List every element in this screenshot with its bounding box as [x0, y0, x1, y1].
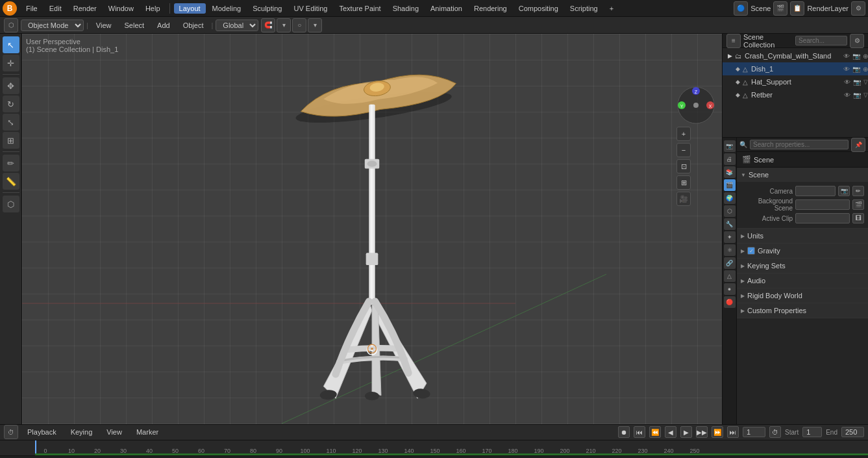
camera-picker-icon[interactable]: 📷 [838, 186, 850, 196]
custom-properties-section-header[interactable]: ▶ Custom Properties [737, 303, 868, 318]
workspace-scripting[interactable]: Scripting [565, 3, 603, 14]
bg-scene-value[interactable] [795, 199, 850, 210]
keying-menu[interactable]: Keying [66, 427, 98, 437]
keying-sets-section-header[interactable]: ▶ Keying Sets [737, 259, 868, 273]
marker-menu[interactable]: Marker [131, 427, 164, 437]
outliner-search-input[interactable] [795, 36, 847, 45]
menu-file[interactable]: File [21, 3, 43, 14]
shader-props-icon[interactable]: 🔴 [724, 296, 736, 308]
navigation-gizmo[interactable]: X Y Z [676, 86, 715, 125]
blender-logo[interactable]: B [3, 1, 17, 16]
outliner-item-hat-support[interactable]: ◆ △ Hat_Support 👁 📷 ∇ [723, 75, 868, 88]
outliner-item-collection[interactable]: ▶ 🗂 Crash_Cymbal_with_Stand 👁 📷 ⊕ [723, 49, 868, 62]
scale-tool[interactable]: ⤡ [3, 114, 19, 131]
workspace-layout[interactable]: Layout [174, 3, 206, 14]
object-menu[interactable]: Object [178, 20, 209, 31]
retber-filter-icon[interactable]: ∇ [863, 92, 868, 99]
prev-keyframe-btn[interactable]: ⏪ [649, 426, 661, 438]
audio-section-header[interactable]: ▶ Audio [737, 274, 868, 288]
bg-scene-picker-icon[interactable]: 🎬 [852, 199, 864, 210]
workspace-add[interactable]: + [604, 3, 619, 14]
workspace-sculpting[interactable]: Sculpting [247, 3, 287, 14]
modifier-props-icon[interactable]: 🔧 [724, 218, 736, 230]
workspace-animation[interactable]: Animation [425, 3, 467, 14]
active-clip-value[interactable] [795, 213, 850, 223]
play-btn[interactable]: ▶ [680, 426, 692, 438]
view-layer-props-icon[interactable]: 📚 [724, 166, 736, 178]
hat-support-vis-icon[interactable]: 👁 [844, 79, 850, 86]
transform-tool[interactable]: ⊞ [3, 132, 19, 149]
menu-edit[interactable]: Edit [44, 3, 67, 14]
toggle-quad-btn[interactable]: ⊞ [676, 175, 691, 190]
workspace-compositing[interactable]: Compositing [514, 3, 564, 14]
proportional-edit-icon[interactable]: ○ [292, 18, 306, 32]
collection-vis-icon[interactable]: 👁 [843, 53, 850, 60]
menu-render[interactable]: Render [68, 3, 102, 14]
object-data-props-icon[interactable]: △ [724, 270, 736, 282]
proportional-options-icon[interactable]: ▾ [308, 18, 322, 32]
rigid-body-world-section-header[interactable]: ▶ Rigid Body World [737, 288, 868, 303]
workspace-rendering[interactable]: Rendering [469, 3, 512, 14]
timeline-view-menu[interactable]: View [101, 427, 127, 437]
workspace-modeling[interactable]: Modeling [207, 3, 247, 14]
current-frame-input[interactable] [743, 427, 765, 437]
retber-vis-icon[interactable]: 👁 [844, 92, 850, 99]
timer-icon[interactable]: ⏱ [769, 426, 781, 438]
workspace-texture-paint[interactable]: Texture Paint [334, 3, 386, 14]
material-props-icon[interactable]: ● [724, 283, 736, 295]
object-mode-select[interactable]: Object Mode [21, 19, 84, 31]
timeline-ruler[interactable]: 0 10 20 30 40 50 60 70 80 90 100 110 120… [0, 440, 868, 455]
zoom-out-btn[interactable]: − [676, 143, 691, 157]
particles-props-icon[interactable]: ✦ [724, 231, 736, 243]
end-frame-input[interactable] [841, 427, 864, 437]
constraints-props-icon[interactable]: 🔗 [724, 257, 736, 269]
record-btn[interactable]: ⏺ [618, 426, 630, 438]
camera-view-btn[interactable]: 🎥 [676, 192, 691, 206]
snap-options-icon[interactable]: ▾ [277, 18, 291, 32]
next-keyframe-btn[interactable]: ⏩ [712, 426, 723, 438]
workspace-uv-editing[interactable]: UV Editing [288, 3, 332, 14]
next-frame-btn[interactable]: ▶▶ [696, 426, 708, 438]
move-tool[interactable]: ✥ [3, 77, 19, 94]
outliner-editor-icon[interactable]: ≡ [726, 34, 741, 48]
timeline-editor-icon[interactable]: ⏱ [4, 425, 18, 439]
jump-end-btn[interactable]: ⏭ [727, 426, 739, 438]
dish1-filter-icon[interactable]: ⊕ [863, 66, 868, 73]
retber-cam-icon[interactable]: 📷 [853, 92, 861, 99]
add-primitive-tool[interactable]: ⬡ [3, 196, 19, 212]
view-layer-icon[interactable]: 📋 [790, 1, 804, 16]
dish1-cam-icon[interactable]: 📷 [852, 66, 860, 73]
physics-props-icon[interactable]: ⚛ [724, 244, 736, 256]
annotate-tool[interactable]: ✏ [3, 155, 19, 172]
units-section-header[interactable]: ▶ Units [737, 229, 868, 243]
collection-cam-icon[interactable]: 📷 [852, 53, 860, 60]
scene-section-header[interactable]: ▼ Scene [737, 168, 868, 182]
prev-frame-btn[interactable]: ◀ [665, 426, 676, 438]
engine-icon[interactable]: 🔵 [734, 1, 748, 16]
jump-start-btn[interactable]: ⏮ [634, 426, 645, 438]
zoom-extents-btn[interactable]: ⊡ [676, 159, 691, 173]
menu-window[interactable]: Window [103, 3, 139, 14]
rotate-tool[interactable]: ↻ [3, 95, 19, 112]
cursor-tool[interactable]: ✛ [3, 55, 19, 71]
select-tool[interactable]: ↖ [3, 36, 19, 53]
object-props-icon[interactable]: ⬡ [724, 205, 736, 217]
gravity-section-header[interactable]: ▶ ✓ Gravity [737, 244, 868, 258]
view-menu[interactable]: View [91, 20, 117, 31]
menu-help[interactable]: Help [140, 3, 166, 14]
hat-support-filter-icon[interactable]: ∇ [863, 79, 868, 86]
editor-type-icon[interactable]: ⬡ [4, 18, 18, 32]
active-clip-picker-icon[interactable]: 🎞 [852, 213, 864, 223]
hat-support-cam-icon[interactable]: 📷 [853, 79, 861, 86]
world-props-icon[interactable]: 🌍 [724, 192, 736, 204]
select-menu[interactable]: Select [119, 20, 150, 31]
scene-icon[interactable]: 🎬 [773, 1, 787, 16]
props-pin-icon[interactable]: 📌 [851, 138, 865, 152]
props-search-input[interactable] [750, 140, 849, 149]
collection-filter-icon[interactable]: ⊕ [863, 53, 868, 60]
add-menu[interactable]: Add [152, 20, 175, 31]
workspace-shading[interactable]: Shading [388, 3, 424, 14]
options-btn[interactable]: ⚙ [851, 1, 865, 16]
transform-orientation-select[interactable]: Global [216, 19, 258, 31]
outliner-item-retber[interactable]: ◆ △ Retber 👁 📷 ∇ [723, 88, 868, 101]
